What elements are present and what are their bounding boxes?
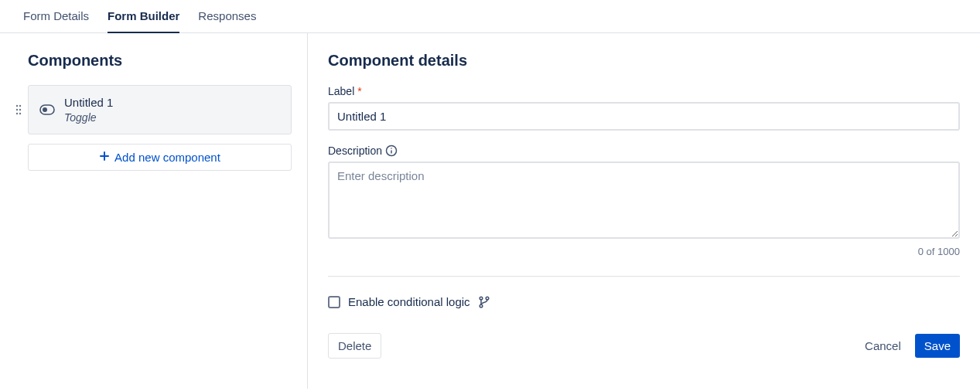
conditional-logic-checkbox[interactable] — [328, 296, 340, 308]
component-type: Toggle — [64, 110, 113, 124]
add-component-label: Add new component — [114, 151, 220, 164]
tabs-bar: Form Details Form Builder Responses — [0, 0, 980, 33]
components-sidebar: Components Untitled 1 Toggl — [0, 33, 308, 389]
details-heading: Component details — [328, 52, 960, 70]
label-field-label: Label * — [328, 85, 960, 97]
conditional-logic-row: Enable conditional logic — [328, 295, 960, 308]
drag-handle-icon[interactable] — [14, 104, 23, 115]
label-text: Label — [328, 85, 354, 97]
char-count: 0 of 1000 — [328, 246, 960, 257]
svg-point-2 — [16, 109, 18, 110]
toggle-icon — [39, 104, 55, 115]
components-heading: Components — [14, 52, 292, 70]
component-card[interactable]: Untitled 1 Toggle — [28, 85, 292, 134]
divider — [328, 276, 960, 277]
component-details-panel: Component details Label * Description 0 … — [308, 33, 980, 389]
svg-point-0 — [16, 105, 18, 107]
label-input[interactable] — [328, 102, 960, 131]
svg-point-5 — [19, 113, 21, 114]
cancel-button[interactable]: Cancel — [855, 334, 910, 358]
branch-icon — [478, 296, 490, 308]
component-texts: Untitled 1 Toggle — [64, 95, 113, 124]
description-text: Description — [328, 144, 382, 157]
tab-responses[interactable]: Responses — [198, 0, 256, 33]
component-row: Untitled 1 Toggle — [14, 85, 292, 134]
save-button[interactable]: Save — [915, 334, 960, 358]
info-icon[interactable] — [385, 144, 398, 157]
description-field-label: Description — [328, 144, 960, 157]
svg-point-3 — [19, 109, 21, 110]
description-input[interactable] — [328, 162, 960, 239]
delete-button[interactable]: Delete — [328, 333, 381, 359]
tab-form-details[interactable]: Form Details — [23, 0, 89, 33]
component-title: Untitled 1 — [64, 95, 113, 110]
svg-point-7 — [43, 107, 47, 112]
svg-point-4 — [16, 113, 18, 114]
conditional-logic-label: Enable conditional logic — [348, 295, 470, 308]
main-layout: Components Untitled 1 Toggl — [0, 33, 980, 389]
add-component-button[interactable]: Add new component — [28, 144, 292, 171]
svg-point-1 — [19, 105, 21, 107]
action-buttons-row: Delete Cancel Save — [328, 333, 960, 359]
tab-form-builder[interactable]: Form Builder — [108, 0, 179, 33]
required-indicator: * — [357, 85, 361, 97]
svg-point-11 — [391, 148, 392, 149]
plus-icon — [99, 151, 110, 164]
right-buttons: Cancel Save — [855, 334, 960, 358]
